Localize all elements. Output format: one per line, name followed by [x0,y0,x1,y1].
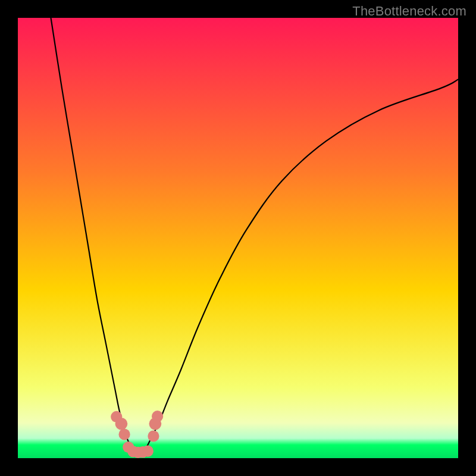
data-point-marker [152,411,163,422]
data-point-marker [142,446,154,457]
chart-frame: TheBottleneck.com [0,0,476,476]
curve-left-branch [51,18,133,449]
curve-right-branch [146,80,458,450]
data-markers [111,411,163,458]
data-point-marker [148,430,159,441]
data-point-marker [118,428,130,440]
plot-area [18,18,458,458]
curve-layer [18,18,458,458]
watermark-text: TheBottleneck.com [352,4,466,19]
data-point-marker [115,418,128,430]
